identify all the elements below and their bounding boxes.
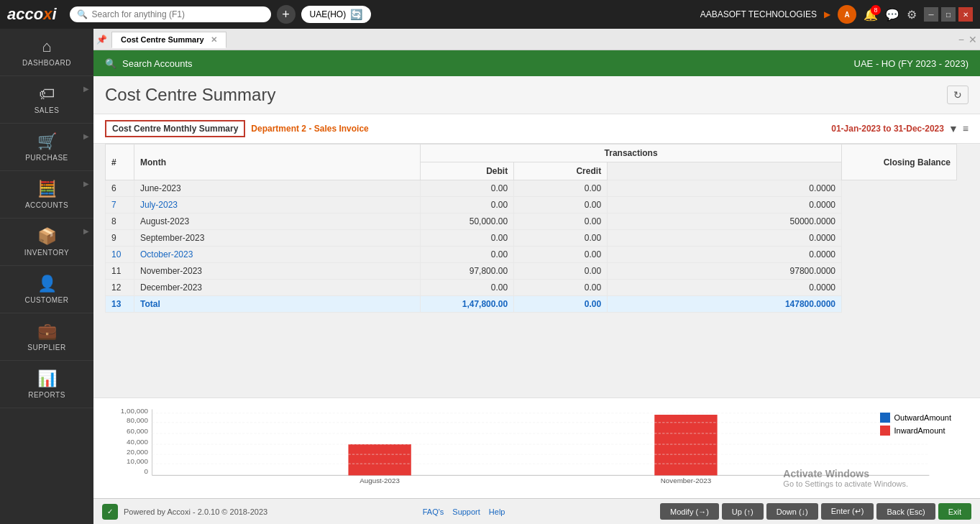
row-scroll-space (842, 280, 957, 296)
minimize-button[interactable]: ─ (924, 7, 938, 22)
chart-area: 1,00,000 80,000 60,000 40,000 20,000 10,… (93, 397, 980, 498)
add-button[interactable]: + (277, 5, 296, 24)
tab-label: Cost Centre Summary (121, 35, 204, 44)
region-selector[interactable]: UAE(HO) 🔄 (301, 6, 372, 23)
col-closing-balance: Closing Balance (842, 144, 957, 180)
region-label: UAE(HO) (310, 9, 347, 19)
tab-expand-icon[interactable]: ✕ (968, 34, 977, 45)
legend-inward-label: InwardAmount (894, 426, 945, 435)
row-credit: 0.00 (514, 197, 608, 213)
sidebar-item-reports[interactable]: 📊 REPORTS (0, 361, 93, 408)
svg-text:80,000: 80,000 (127, 416, 149, 424)
footer-faq-link[interactable]: FAQ's (423, 507, 444, 516)
search-icon: 🔍 (77, 9, 88, 19)
scrollbar-header (957, 144, 969, 180)
sidebar-item-customer[interactable]: 👤 CUSTOMER (0, 266, 93, 313)
row-scroll-space (842, 296, 957, 313)
svg-text:0: 0 (145, 467, 149, 475)
row-scroll-space (842, 197, 957, 213)
filter-label: Cost Centre Monthly Summary (105, 120, 245, 137)
footer-left: ✓ Powered by Accoxi - 2.0.10 © 2018-2023 (102, 504, 267, 520)
sidebar-item-inventory[interactable]: 📦 INVENTORY ▶ (0, 219, 93, 266)
sidebar-item-dashboard[interactable]: ⌂ DASHBOARD (0, 29, 93, 76)
row-month: August-2023 (134, 213, 421, 230)
settings-icon[interactable]: ⚙ (907, 8, 917, 22)
down-button[interactable]: Down (↓) (766, 503, 818, 520)
supplier-icon: 💼 (37, 322, 57, 341)
search-input[interactable] (92, 9, 250, 19)
filter-icon[interactable]: ▼ (948, 123, 958, 134)
search-accounts-button[interactable]: 🔍 Search Accounts (105, 58, 193, 69)
col-month: Month (134, 144, 421, 180)
filter-department: Department 2 - Sales Invoice (251, 124, 368, 134)
table-row: 6 June-2023 0.00 0.00 0.0000 (106, 180, 969, 197)
svg-text:August-2023: August-2023 (360, 477, 400, 484)
row-closing-balance: 50000.0000 (608, 213, 842, 230)
window-controls: ─ □ ✕ (924, 7, 973, 22)
row-debit: 0.00 (421, 230, 514, 247)
sidebar-label-accounts: ACCOUNTS (25, 201, 68, 209)
table-chart-wrapper: # Month Transactions Closing Balance Deb… (93, 144, 980, 498)
dashboard-icon: ⌂ (42, 37, 51, 56)
row-scroll-space (842, 247, 957, 263)
sidebar-label-reports: REPORTS (28, 391, 65, 399)
svg-text:10,000: 10,000 (127, 457, 149, 465)
row-credit: 0.00 (514, 247, 608, 263)
chat-icon[interactable]: 💬 (885, 8, 899, 22)
region-info-text: UAE - HO (FY 2023 - 2023) (854, 58, 968, 69)
notification-badge: 8 (871, 5, 881, 15)
back-button[interactable]: Back (Esc) (876, 503, 935, 520)
row-month[interactable]: October-2023 (134, 247, 421, 263)
reports-icon: 📊 (37, 369, 57, 388)
row-num[interactable]: 10 (106, 247, 134, 263)
row-num: 8 (106, 213, 134, 230)
refresh-button[interactable]: ↻ (947, 86, 968, 104)
tab-bar: 📌 Cost Centre Summary ✕ − ✕ (93, 29, 980, 50)
up-button[interactable]: Up (↑) (722, 503, 764, 520)
footer-help-link[interactable]: Help (489, 507, 505, 516)
exit-button[interactable]: Exit (938, 503, 971, 520)
sidebar-label-dashboard: DASHBOARD (22, 59, 71, 67)
row-scroll-space (842, 230, 957, 247)
row-credit: 0.00 (514, 180, 608, 197)
table-container: # Month Transactions Closing Balance Deb… (93, 144, 980, 397)
row-month[interactable]: Total (134, 296, 421, 313)
sidebar-arrow-accounts: ▶ (83, 180, 89, 188)
footer-support-link[interactable]: Support (452, 507, 480, 516)
sidebar-arrow-purchase: ▶ (83, 132, 89, 140)
sidebar-item-sales[interactable]: 🏷 SALES ▶ (0, 76, 93, 124)
row-month[interactable]: July-2023 (134, 197, 421, 213)
notification-wrapper: 🔔 8 (864, 8, 878, 22)
row-debit: 50,000.00 (421, 213, 514, 230)
nov-inward-bar (654, 415, 717, 475)
row-debit: 0.00 (421, 197, 514, 213)
row-scroll-space (842, 180, 957, 197)
enter-button[interactable]: Enter (↵) (821, 503, 874, 520)
sidebar-arrow-sales: ▶ (83, 85, 89, 93)
tab-close-icon[interactable]: ✕ (211, 35, 217, 44)
purchase-icon: 🛒 (37, 132, 57, 151)
table-row: 7 July-2023 0.00 0.00 0.0000 (106, 197, 969, 213)
filter-options-icon[interactable]: ≡ (963, 123, 968, 134)
sidebar-item-supplier[interactable]: 💼 SUPPLIER (0, 313, 93, 361)
table-row: 9 September-2023 0.00 0.00 0.0000 (106, 230, 969, 247)
modify-button[interactable]: Modify (→) (660, 503, 719, 520)
table-row: 11 November-2023 97,800.00 0.00 97800.00… (106, 263, 969, 280)
row-closing-balance: 0.0000 (608, 247, 842, 263)
sidebar-item-purchase[interactable]: 🛒 PURCHASE ▶ (0, 124, 93, 171)
filter-bar: Cost Centre Monthly Summary Department 2… (93, 114, 980, 144)
tab-minimize-icon[interactable]: − (958, 34, 964, 45)
sidebar-label-customer: CUSTOMER (24, 296, 68, 304)
row-credit: 0.00 (514, 296, 608, 313)
green-header: 🔍 Search Accounts UAE - HO (FY 2023 - 20… (93, 50, 980, 76)
row-num[interactable]: 13 (106, 296, 134, 313)
search-bar[interactable]: 🔍 (70, 6, 271, 22)
row-num[interactable]: 7 (106, 197, 134, 213)
accounts-icon: 🧮 (37, 180, 57, 198)
tab-cost-centre-summary[interactable]: Cost Centre Summary ✕ (111, 32, 226, 48)
maximize-button[interactable]: □ (941, 7, 956, 22)
close-button[interactable]: ✕ (958, 7, 973, 22)
sidebar-item-accounts[interactable]: 🧮 ACCOUNTS ▶ (0, 171, 93, 219)
row-scroll-space (842, 213, 957, 230)
row-debit: 1,47,800.00 (421, 296, 514, 313)
